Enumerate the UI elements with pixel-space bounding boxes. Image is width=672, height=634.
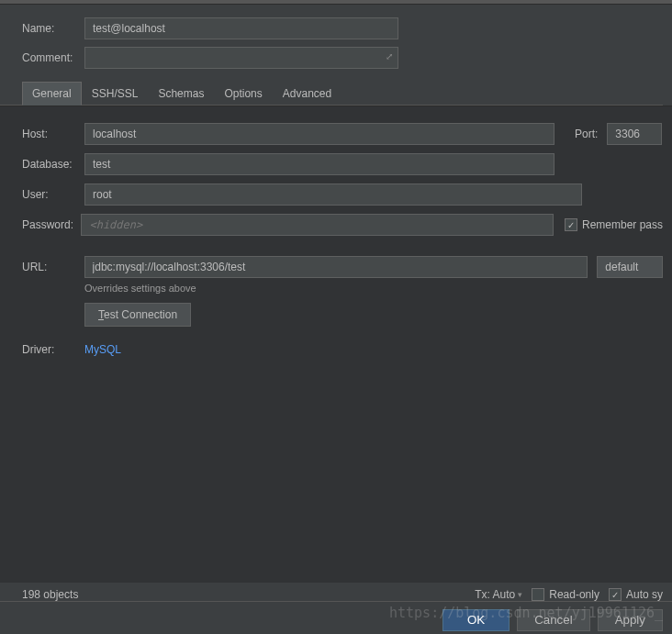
- password-label: Password:: [22, 218, 81, 231]
- host-input[interactable]: [84, 123, 554, 145]
- driver-link[interactable]: MySQL: [84, 343, 121, 356]
- tx-mode[interactable]: Tx: Auto▾: [475, 588, 522, 601]
- user-label: User:: [22, 188, 84, 201]
- cancel-button[interactable]: Cancel: [517, 609, 590, 631]
- database-label: Database:: [22, 158, 84, 171]
- remember-checkbox[interactable]: ✓: [565, 218, 577, 231]
- readonly-label: Read-only: [549, 588, 599, 601]
- url-mode-label: default: [605, 261, 638, 273]
- ok-button[interactable]: OK: [442, 609, 510, 631]
- password-input[interactable]: [81, 214, 554, 236]
- tab-options[interactable]: Options: [214, 82, 272, 106]
- remember-label: Remember pass: [582, 218, 663, 231]
- host-label: Host:: [22, 128, 84, 140]
- autosync-label: Auto sy: [626, 588, 663, 601]
- readonly-checkbox[interactable]: [532, 588, 544, 601]
- comment-label: Comment:: [22, 51, 84, 64]
- tab-sshssl[interactable]: SSH/SSL: [82, 82, 149, 106]
- tab-schemas[interactable]: Schemas: [148, 82, 214, 106]
- url-hint: Overrides settings above: [84, 283, 663, 294]
- port-label: Port:: [575, 128, 598, 140]
- name-label: Name:: [22, 22, 84, 35]
- autosync-checkbox[interactable]: ✓: [609, 588, 622, 601]
- tab-advanced[interactable]: Advanced: [273, 82, 342, 106]
- objects-count: 198 objects: [22, 588, 78, 601]
- database-input[interactable]: [84, 153, 554, 175]
- driver-label: Driver:: [22, 343, 84, 356]
- name-input[interactable]: [84, 17, 398, 39]
- port-input[interactable]: [607, 123, 662, 145]
- url-input[interactable]: [84, 256, 588, 278]
- user-input[interactable]: [84, 184, 582, 206]
- tabs: General SSH/SSL Schemas Options Advanced: [0, 82, 663, 106]
- url-mode-combo[interactable]: default: [597, 256, 663, 278]
- chevron-down-icon: ▾: [518, 590, 522, 599]
- apply-button[interactable]: Apply: [598, 609, 663, 631]
- test-connection-button[interactable]: Test Connection: [84, 303, 191, 327]
- comment-input[interactable]: [84, 47, 398, 69]
- url-label: URL:: [22, 261, 84, 273]
- tab-general[interactable]: General: [22, 82, 82, 106]
